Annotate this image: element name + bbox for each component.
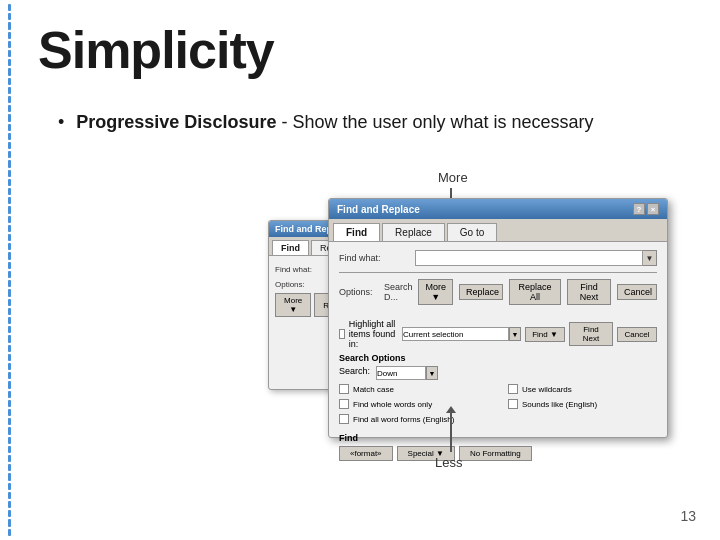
checkbox-use-wildcards-label: Use wildcards — [522, 385, 572, 394]
checkbox-word-forms-box[interactable] — [339, 414, 349, 424]
checkbox-highlight-label: Highlight all items found in: — [349, 319, 398, 349]
checkbox-whole-words-box[interactable] — [339, 399, 349, 409]
dialog-large-find-label: Find what: — [339, 253, 409, 263]
bullet-text: Progressive Disclosure - Show the user o… — [76, 110, 593, 135]
dialog-large-body: Find what: ▼ Options: Search D... More ▼… — [329, 242, 667, 319]
checkbox-match-case: Match case — [339, 384, 488, 394]
highlight-input[interactable] — [402, 327, 509, 341]
find-all-cancel[interactable]: Cancel — [617, 327, 657, 342]
dialog-small-tab-find[interactable]: Find — [272, 240, 309, 255]
dialog-large-tabs: Find Replace Go to — [329, 219, 667, 242]
dialog-large-separator — [339, 272, 657, 273]
dialog-large-find-input[interactable] — [415, 250, 643, 266]
checkbox-sounds-like: Sounds like (English) — [508, 399, 657, 409]
less-arrow — [450, 412, 452, 452]
checkbox-match-case-box[interactable] — [339, 384, 349, 394]
search-dropdown-input[interactable] — [376, 366, 426, 380]
find-label-section: Find «format» Special ▼ No Formatting — [339, 433, 657, 461]
page-title: Simplicity — [38, 20, 700, 80]
dialog-large-title: Find and Replace — [337, 204, 420, 215]
dialog-area: More Find and Replace ? × Find Replace G… — [268, 170, 688, 470]
find-bottom-label: Find — [339, 433, 358, 443]
highlight-dropdown[interactable]: ▼ — [509, 327, 521, 341]
checkbox-word-forms: Find all word forms (English) — [339, 414, 488, 424]
left-border-decoration — [8, 0, 11, 540]
checkbox-sounds-like-box[interactable] — [508, 399, 518, 409]
bullet-section: • Progressive Disclosure - Show the user… — [38, 110, 700, 135]
dialog-large-tab-replace[interactable]: Replace — [382, 223, 445, 241]
dialog-large-more-button[interactable]: More ▼ — [418, 279, 453, 305]
more-label: More — [438, 170, 468, 185]
less-label: Less — [435, 455, 462, 470]
dialog-large-search-text: Search D... — [384, 282, 413, 302]
dialog-large-titlebar: Find and Replace ? × — [329, 199, 667, 219]
checkbox-row-highlight: Highlight all items found in: ▼ Find ▼ F… — [339, 319, 657, 349]
checkbox-use-wildcards: Use wildcards — [508, 384, 657, 394]
format-button[interactable]: «format» — [339, 446, 393, 461]
dialog-large-replace-button[interactable]: Replace — [459, 284, 503, 300]
search-options-row: Search: ▼ — [339, 366, 657, 380]
no-formatting-button[interactable]: No Formatting — [459, 446, 532, 461]
checkbox-word-forms-label: Find all word forms (English) — [353, 415, 454, 424]
dialog-large-help-button[interactable]: ? — [633, 203, 645, 215]
find-all-find-next[interactable]: Find Next — [569, 322, 613, 346]
checkbox-whole-words-label: Find whole words only — [353, 400, 432, 409]
dialog-large-find-row: Find what: ▼ — [339, 250, 657, 266]
page-number: 13 — [680, 508, 696, 524]
dialog-large-replace-all-button[interactable]: Replace All — [509, 279, 561, 305]
search-input-group: ▼ — [376, 366, 438, 380]
checkbox-highlight[interactable] — [339, 329, 345, 339]
dialog-small-options-label: Options: — [275, 280, 330, 289]
checkbox-use-wildcards-box[interactable] — [508, 384, 518, 394]
dialog-small-more-button[interactable]: More ▼ — [275, 293, 311, 317]
dialog-large-expanded: Highlight all items found in: ▼ Find ▼ F… — [329, 319, 667, 467]
main-content: Simplicity • Progressive Disclosure - Sh… — [28, 0, 720, 540]
dialog-large-options-label: Options: — [339, 287, 378, 297]
checkbox-whole-words: Find whole words only — [339, 399, 488, 409]
dialog-large-tab-goto[interactable]: Go to — [447, 223, 497, 241]
dialog-small-find-label: Find what: — [275, 265, 330, 274]
find-all-button[interactable]: Find ▼ — [525, 327, 565, 342]
bullet-dot: • — [58, 112, 64, 133]
search-options-label: Search Options — [339, 353, 657, 363]
dialog-large-cancel-button[interactable]: Cancel — [617, 284, 657, 300]
dialog-large-find-dropdown[interactable]: ▼ — [643, 250, 657, 266]
search-label: Search: — [339, 366, 370, 380]
checkboxes-grid: Match case Use wildcards Find whole word… — [339, 384, 657, 427]
dialog-large-find-input-wrap: ▼ — [415, 250, 657, 266]
bullet-rest: - Show the user only what is necessary — [276, 112, 593, 132]
search-dropdown-btn[interactable]: ▼ — [426, 366, 438, 380]
checkbox-sounds-like-label: Sounds like (English) — [522, 400, 597, 409]
dialog-large-close-button[interactable]: × — [647, 203, 659, 215]
bullet-bold: Progressive Disclosure — [76, 112, 276, 132]
dialog-large-titlebar-buttons: ? × — [633, 203, 659, 215]
checkbox-match-case-label: Match case — [353, 385, 394, 394]
dialog-large: Find and Replace ? × Find Replace Go to … — [328, 198, 668, 438]
dialog-large-find-next-button[interactable]: Find Next — [567, 279, 611, 305]
dialog-large-options-row: Options: Search D... More ▼ Replace Repl… — [339, 279, 657, 305]
find-bottom-buttons: «format» Special ▼ No Formatting — [339, 446, 657, 461]
dialog-large-tab-find[interactable]: Find — [333, 223, 380, 241]
